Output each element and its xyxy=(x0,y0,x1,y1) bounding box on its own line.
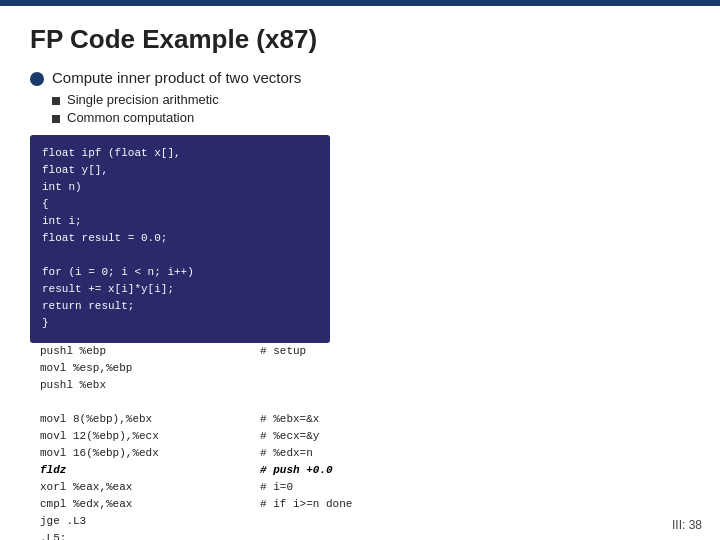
asm-comment-text: # if i>=n done xyxy=(260,496,352,513)
asm-instruction: pushl %ebp xyxy=(40,343,260,360)
asm-line: movl 12(%ebp),%ecx# %ecx=&y xyxy=(40,428,420,445)
asm-instruction: movl %esp,%ebp xyxy=(40,360,260,377)
code-line: int n) xyxy=(42,179,318,196)
sub-bullet-1: Single precision arithmetic xyxy=(52,92,330,107)
main-bullet: Compute inner product of two vectors xyxy=(30,69,330,86)
asm-line: jge .L3 xyxy=(40,513,420,530)
asm-instruction: pushl %ebx xyxy=(40,377,260,394)
code-line: } xyxy=(42,315,318,332)
asm-instruction: fldz xyxy=(40,462,260,479)
asm-comment-text: # %ecx=&y xyxy=(260,428,319,445)
code-line xyxy=(42,247,318,264)
page-title: FP Code Example (x87) xyxy=(30,24,690,55)
asm-instruction: jge .L3 xyxy=(40,513,260,530)
code-line: float ipf (float x[], xyxy=(42,145,318,162)
sub-bullet-sq-icon-2 xyxy=(52,115,60,123)
asm-line: pushl %ebp# setup xyxy=(40,343,420,360)
asm-instruction: movl 16(%ebp),%edx xyxy=(40,445,260,462)
code-line: float result = 0.0; xyxy=(42,230,318,247)
asm-comment-text: # setup xyxy=(260,343,306,360)
code-block: float ipf (float x[], float y[], int n){… xyxy=(30,135,330,343)
code-line: float y[], xyxy=(42,162,318,179)
code-line: result += x[i]*y[i]; xyxy=(42,281,318,298)
right-column: pushl %ebp# setupmovl %esp,%ebppushl %eb… xyxy=(30,343,420,540)
asm-block: pushl %ebp# setupmovl %esp,%ebppushl %eb… xyxy=(40,343,420,540)
sub-bullets-list: Single precision arithmetic Common compu… xyxy=(52,92,330,125)
code-line: for (i = 0; i < n; i++) xyxy=(42,264,318,281)
asm-line: cmpl %edx,%eax# if i>=n done xyxy=(40,496,420,513)
asm-comment-text: # i=0 xyxy=(260,479,293,496)
sub-bullet-2-text: Common computation xyxy=(67,110,194,125)
bullet-circle-icon xyxy=(30,72,44,86)
asm-line: movl 8(%ebp),%ebx# %ebx=&x xyxy=(40,411,420,428)
asm-line: movl %esp,%ebp xyxy=(40,360,420,377)
asm-label: .L5: xyxy=(40,530,66,540)
asm-line: .L5: xyxy=(40,530,420,540)
sub-bullet-1-text: Single precision arithmetic xyxy=(67,92,219,107)
code-line: int i; xyxy=(42,213,318,230)
sub-bullet-sq-icon xyxy=(52,97,60,105)
main-bullet-text: Compute inner product of two vectors xyxy=(52,69,301,86)
asm-comment-text: # %ebx=&x xyxy=(260,411,319,428)
left-column: Compute inner product of two vectors Sin… xyxy=(30,69,330,343)
asm-instruction: cmpl %edx,%eax xyxy=(40,496,260,513)
asm-line: fldz# push +0.0 xyxy=(40,462,420,479)
asm-instruction: xorl %eax,%eax xyxy=(40,479,260,496)
asm-line: movl 16(%ebp),%edx# %edx=n xyxy=(40,445,420,462)
asm-blank-line xyxy=(40,394,420,411)
slide-number: III: 38 xyxy=(672,518,702,532)
code-line: return result; xyxy=(42,298,318,315)
asm-line: pushl %ebx xyxy=(40,377,420,394)
asm-comment-text: # push +0.0 xyxy=(260,462,333,479)
sub-bullet-2: Common computation xyxy=(52,110,330,125)
asm-instruction: movl 8(%ebp),%ebx xyxy=(40,411,260,428)
asm-line: xorl %eax,%eax# i=0 xyxy=(40,479,420,496)
asm-comment-text: # %edx=n xyxy=(260,445,313,462)
asm-instruction: movl 12(%ebp),%ecx xyxy=(40,428,260,445)
code-line: { xyxy=(42,196,318,213)
